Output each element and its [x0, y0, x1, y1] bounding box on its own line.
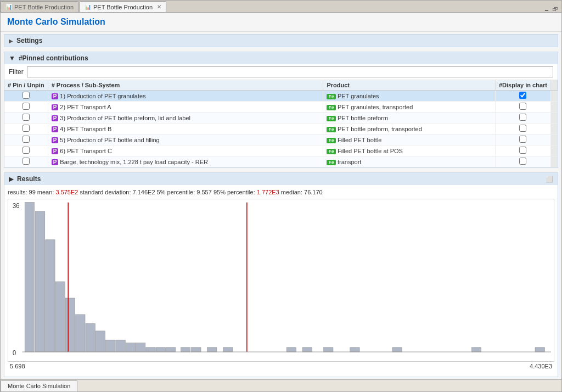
col-header-display: #Display in chart — [495, 80, 550, 91]
svg-rect-25 — [392, 348, 402, 352]
svg-rect-23 — [324, 348, 333, 352]
chart-area: results: 99 mean: 3.575E2 standard devia… — [4, 185, 558, 377]
settings-section-title: Settings — [16, 37, 42, 44]
stat-p95-label: 95% percentile: — [212, 189, 257, 195]
svg-rect-24 — [350, 348, 359, 352]
chart-container: 36 0 — [8, 199, 554, 362]
svg-text:0: 0 — [13, 349, 16, 357]
minimize-button[interactable]: 🗕 — [543, 6, 550, 12]
svg-rect-10 — [106, 340, 115, 352]
tab-pet-bottle-2[interactable]: 📊 PET Bottle Production ✕ — [80, 1, 166, 12]
page-title: Monte Carlo Simulation — [7, 17, 555, 27]
svg-rect-12 — [126, 343, 135, 352]
pin-checkbox[interactable] — [23, 136, 30, 143]
tab-close-button[interactable]: ✕ — [157, 4, 161, 10]
stat-prefix: results: — [8, 189, 29, 195]
page-header: Monte Carlo Simulation — [1, 13, 561, 32]
main-window: 📊 PET Bottle Production 📊 PET Bottle Pro… — [0, 0, 562, 392]
table-row[interactable]: P2) PET Transport AFePET granulates, tra… — [4, 102, 558, 113]
svg-rect-4 — [46, 240, 55, 352]
svg-rect-18 — [192, 348, 201, 352]
table-row[interactable]: P4) PET Transport BFePET bottle preform,… — [4, 124, 558, 135]
pin-checkbox[interactable] — [23, 92, 30, 99]
table-row[interactable]: P5) Production of PET bottle and filling… — [4, 135, 558, 145]
svg-text:36: 36 — [13, 202, 20, 210]
pinned-contributions-section: ▼ #Pinned contributions Filter # Pin / U… — [4, 52, 558, 168]
stat-p5-label: 5% percentile: — [155, 189, 197, 195]
display-checkbox[interactable] — [519, 147, 526, 154]
contributions-table-wrapper: # Pin / Unpin # Process / Sub-System Pro… — [4, 80, 558, 167]
maximize-button[interactable]: 🗗 — [552, 6, 559, 12]
tab-pet-bottle-1[interactable]: 📊 PET Bottle Production — [1, 1, 78, 12]
chart-x-labels: 5.698 4.430E3 — [8, 362, 554, 371]
x-label-max: 4.430E3 — [530, 363, 552, 369]
results-export-icon[interactable]: ⬜ — [546, 176, 553, 183]
table-row[interactable]: PBarge, technology mix, 1.228 t pay load… — [4, 156, 558, 167]
table-row[interactable]: P6) PET Transport CFeFilled PET bottle a… — [4, 145, 558, 156]
table-row[interactable]: P1) Production of PET granulatesFePET gr… — [4, 91, 558, 102]
results-arrow-icon: ▶ — [9, 175, 14, 183]
col-header-process: # Process / Sub-System — [48, 80, 323, 91]
pin-checkbox[interactable] — [23, 158, 30, 165]
table-row[interactable]: P3) Production of PET bottle preform, li… — [4, 113, 558, 124]
display-checkbox[interactable] — [519, 92, 526, 99]
svg-rect-16 — [166, 348, 175, 352]
display-checkbox[interactable] — [519, 103, 526, 110]
stat-stddev: 7.146E2 — [133, 189, 155, 195]
svg-rect-6 — [65, 298, 75, 352]
pin-checkbox[interactable] — [23, 114, 30, 121]
svg-rect-17 — [181, 348, 190, 352]
pin-checkbox[interactable] — [23, 147, 30, 154]
stat-mean-label: mean: — [36, 189, 56, 195]
results-section-title: Results — [17, 175, 41, 183]
stat-p5: 9.557 — [196, 189, 212, 195]
svg-rect-21 — [286, 348, 296, 352]
pinned-section-title: #Pinned contributions — [19, 54, 88, 62]
stat-mean: 3.575E2 — [55, 189, 78, 195]
tab-chart-icon-1: 📊 — [5, 4, 12, 10]
results-section-header[interactable]: ▶ Results ⬜ — [4, 173, 558, 185]
filter-row: Filter — [4, 64, 558, 80]
pinned-arrow-icon: ▼ — [9, 54, 15, 62]
filter-label: Filter — [9, 68, 24, 76]
pin-checkbox[interactable] — [23, 103, 30, 110]
pin-checkbox[interactable] — [23, 125, 30, 132]
svg-rect-11 — [116, 340, 125, 352]
col-header-product: Product — [323, 80, 496, 91]
svg-rect-3 — [35, 211, 44, 352]
stat-stddev-label: standard deviation: — [78, 189, 132, 195]
svg-rect-19 — [207, 348, 217, 352]
histogram-chart: 36 0 — [8, 199, 554, 361]
svg-rect-5 — [55, 282, 65, 352]
filter-input[interactable] — [27, 66, 553, 77]
bottom-tab-label: Monte Carlo Simulation — [8, 383, 70, 389]
svg-rect-2 — [25, 203, 34, 352]
svg-rect-20 — [223, 348, 233, 352]
svg-rect-27 — [535, 348, 544, 352]
x-label-min: 5.698 — [10, 363, 25, 369]
bottom-tab-simulation[interactable]: Monte Carlo Simulation — [1, 380, 77, 391]
tab-label-2: PET Bottle Production — [93, 4, 153, 10]
col-header-pin: # Pin / Unpin — [4, 80, 48, 91]
svg-rect-13 — [136, 343, 145, 352]
bottom-tab-bar: Monte Carlo Simulation — [1, 379, 561, 391]
chart-stats: results: 99 mean: 3.575E2 standard devia… — [8, 188, 554, 197]
svg-rect-7 — [76, 315, 85, 352]
svg-rect-14 — [146, 348, 155, 352]
settings-section-header[interactable]: ▶ Settings — [4, 35, 558, 47]
svg-rect-15 — [156, 348, 165, 352]
tab-chart-icon-2: 📊 — [85, 4, 91, 10]
display-checkbox[interactable] — [519, 158, 526, 165]
svg-rect-9 — [95, 331, 105, 352]
tab-label-1: PET Bottle Production — [14, 4, 74, 10]
stat-median-label: median: — [279, 189, 304, 195]
pinned-section-header[interactable]: ▼ #Pinned contributions — [4, 52, 558, 64]
window-controls: 🗕 🗗 — [541, 6, 561, 12]
display-checkbox[interactable] — [519, 114, 526, 121]
svg-rect-26 — [471, 348, 481, 352]
display-checkbox[interactable] — [519, 125, 526, 132]
content-area: Monte Carlo Simulation ▶ Settings ▼ #Pin… — [1, 13, 561, 379]
display-checkbox[interactable] — [519, 136, 526, 143]
svg-rect-8 — [86, 324, 95, 352]
svg-rect-22 — [302, 348, 312, 352]
